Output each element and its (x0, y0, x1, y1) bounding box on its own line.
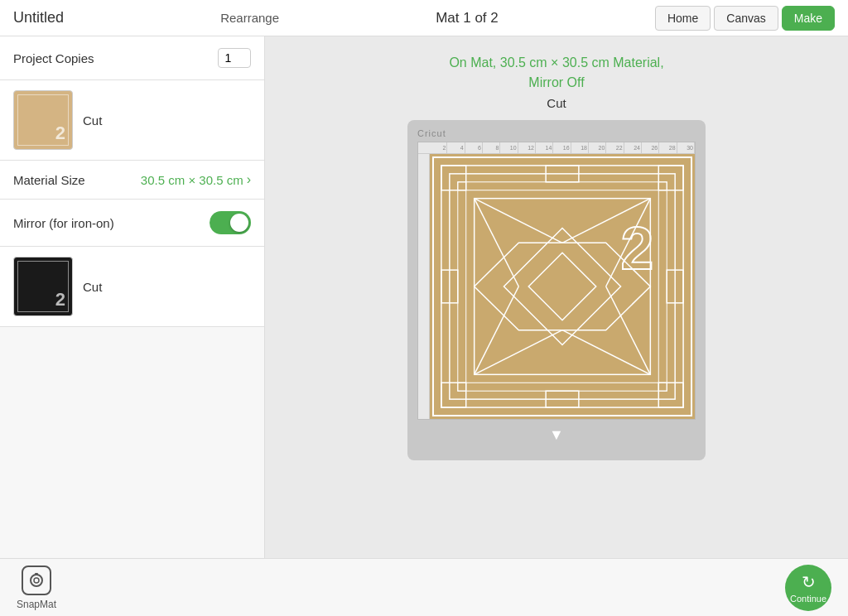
svg-rect-25 (658, 182, 667, 391)
svg-text:2: 2 (621, 215, 654, 282)
snapmat-button[interactable]: SnapMat (17, 565, 56, 610)
svg-line-16 (475, 199, 519, 286)
sidebar: Project Copies 2 Cut Material Size 30.5 … (0, 36, 265, 558)
mat1-item: 2 Cut (0, 80, 264, 161)
mat1-number: 2 (55, 123, 65, 144)
mat-info: On Mat, 30.5 cm × 30.5 cm Material, Mirr… (449, 53, 663, 110)
svg-rect-26 (458, 182, 667, 190)
svg-marker-22 (528, 253, 595, 320)
main-content: On Mat, 30.5 cm × 30.5 cm Material, Mirr… (265, 36, 848, 558)
svg-line-19 (606, 286, 651, 374)
tick: 16 (553, 142, 571, 153)
tick: 8 (483, 142, 500, 153)
svg-rect-4 (658, 166, 683, 190)
mat-arrow: ▼ (417, 426, 696, 444)
svg-line-14 (475, 330, 562, 375)
mirror-row: Mirror (for iron-on) (0, 200, 264, 247)
svg-line-12 (475, 199, 562, 243)
canvas-button[interactable]: Canvas (714, 6, 778, 31)
svg-rect-0 (433, 157, 691, 416)
snapmat-label: SnapMat (17, 599, 56, 610)
tick: 14 (536, 142, 553, 153)
svg-rect-30 (35, 573, 38, 575)
mat-info-line1: On Mat, 30.5 cm × 30.5 cm Material, (449, 53, 663, 73)
material-size-chevron: › (247, 172, 251, 187)
tick: 6 (465, 142, 483, 153)
continue-label: Continue (790, 594, 826, 604)
header: Untitled Rearrange Mat 1 of 2 Home Canva… (0, 0, 848, 36)
mat-grid: 2 4 6 8 10 12 14 16 18 20 22 24 26 28 (417, 142, 696, 420)
bottom-bar: SnapMat ↻ Continue (0, 558, 848, 616)
rearrange-button[interactable]: Rearrange (220, 11, 279, 25)
mat2-thumbnail: 2 (13, 257, 73, 316)
material-size-row: Material Size 30.5 cm × 30.5 cm › (0, 161, 264, 200)
tick: 2 (430, 142, 447, 153)
header-buttons: Home Canvas Make (655, 6, 835, 31)
continue-icon: ↻ (802, 572, 816, 592)
tick: 24 (624, 142, 642, 153)
mat-info-line2: Mirror Off (449, 73, 663, 93)
tick: 4 (447, 142, 465, 153)
mat-brand: Cricut (417, 128, 696, 138)
tick: 28 (659, 142, 677, 153)
tick: 22 (606, 142, 624, 153)
make-button[interactable]: Make (782, 6, 835, 31)
snapmat-icon (22, 565, 51, 595)
project-copies-label: Project Copies (13, 51, 94, 65)
tick: 30 (677, 142, 695, 153)
mat-preview-container: Cricut 2 4 6 8 10 12 14 16 18 20 (407, 120, 706, 460)
project-copies-row: Project Copies (0, 36, 264, 80)
mat2-item: 2 Cut (0, 247, 264, 327)
mat1-thumbnail: 2 (13, 90, 73, 150)
ruler-left (418, 154, 430, 419)
svg-rect-24 (458, 182, 466, 391)
svg-rect-3 (441, 166, 466, 190)
main-layout: Project Copies 2 Cut Material Size 30.5 … (0, 36, 848, 558)
svg-line-17 (475, 286, 519, 374)
svg-rect-1 (441, 166, 683, 407)
continue-button[interactable]: ↻ Continue (785, 565, 831, 611)
tick: 12 (518, 142, 536, 153)
svg-point-29 (34, 578, 39, 583)
svg-rect-2 (450, 174, 675, 399)
tick: 10 (500, 142, 518, 153)
ruler-top: 2 4 6 8 10 12 14 16 18 20 22 24 26 28 (418, 142, 695, 154)
tick: 20 (589, 142, 606, 153)
toggle-knob (230, 214, 248, 232)
mat1-label: Cut (83, 113, 102, 128)
svg-marker-21 (504, 228, 620, 344)
mat2-number: 2 (55, 289, 65, 310)
tick: 26 (642, 142, 659, 153)
svg-rect-27 (458, 383, 667, 391)
mat2-label: Cut (83, 280, 102, 294)
tick: 18 (571, 142, 589, 153)
material-size-text: 30.5 cm × 30.5 cm (141, 173, 243, 187)
home-button[interactable]: Home (655, 6, 711, 31)
svg-point-28 (31, 575, 42, 586)
mat-counter: Mat 1 of 2 (436, 10, 499, 26)
project-title: Untitled (13, 9, 64, 26)
mat-info-cut: Cut (449, 96, 663, 110)
svg-line-15 (562, 330, 650, 375)
svg-rect-5 (441, 383, 466, 407)
mirror-label: Mirror (for iron-on) (13, 216, 114, 230)
project-copies-input[interactable] (218, 48, 251, 68)
cut-pattern-svg: 2 (430, 154, 695, 419)
material-size-value[interactable]: 30.5 cm × 30.5 cm › (141, 172, 251, 187)
svg-rect-6 (658, 383, 683, 407)
mirror-toggle[interactable] (210, 211, 251, 234)
material-size-label: Material Size (13, 173, 85, 187)
